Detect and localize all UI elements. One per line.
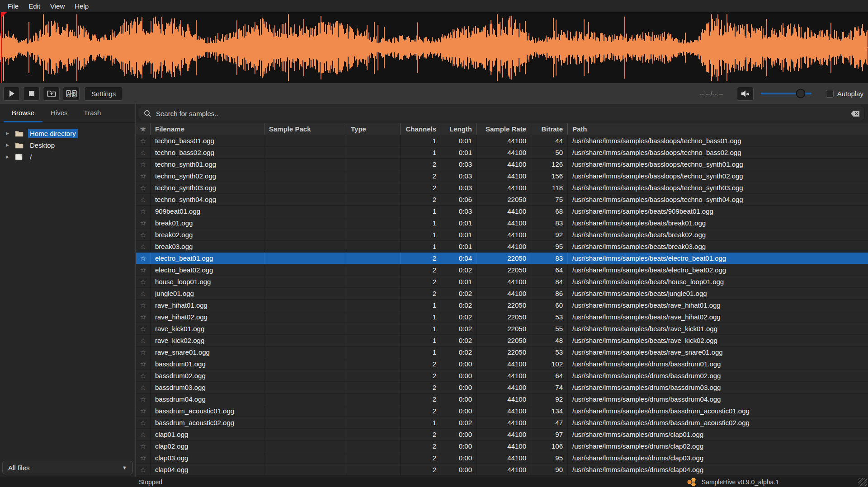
favorite-star-icon[interactable]: ☆	[136, 194, 151, 205]
search-bar[interactable]	[139, 107, 865, 120]
table-row[interactable]: ☆techno_synth03.ogg20:0344100118/usr/sha…	[136, 182, 868, 194]
table-row[interactable]: ☆bassdrum04.ogg20:004410092/usr/share/lm…	[136, 393, 868, 405]
favorite-star-icon[interactable]: ☆	[136, 358, 151, 370]
table-row[interactable]: ☆jungle01.ogg20:024410086/usr/share/lmms…	[136, 288, 868, 300]
table-row[interactable]: ☆electro_beat01.ogg20:042205083/usr/shar…	[136, 253, 868, 264]
table-row[interactable]: ☆techno_bass02.ogg10:014410050/usr/share…	[136, 147, 868, 159]
favorite-star-icon[interactable]: ☆	[136, 311, 151, 323]
favorite-star-icon[interactable]: ☆	[136, 217, 151, 229]
favorite-star-icon[interactable]: ☆	[136, 300, 151, 311]
table-row[interactable]: ☆rave_kick02.ogg10:022205048/usr/share/l…	[136, 335, 868, 347]
playhead-marker[interactable]	[1, 12, 7, 18]
search-input[interactable]	[155, 109, 850, 118]
table-row[interactable]: ☆techno_bass01.ogg10:014410044/usr/share…	[136, 135, 868, 147]
menu-item-help[interactable]: Help	[70, 0, 94, 12]
favorite-star-icon[interactable]: ☆	[136, 170, 151, 182]
favorite-star-icon[interactable]: ☆	[136, 335, 151, 346]
autoplay-checkbox[interactable]	[826, 90, 834, 98]
favorite-star-icon[interactable]: ☆	[136, 393, 151, 405]
cell-sample-pack	[264, 182, 346, 193]
favorite-star-icon[interactable]: ☆	[136, 370, 151, 381]
table-row[interactable]: ☆rave_hihat01.ogg10:022205060/usr/share/…	[136, 300, 868, 311]
table-row[interactable]: ☆techno_synth02.ogg20:0344100156/usr/sha…	[136, 170, 868, 182]
favorite-star-icon[interactable]: ☆	[136, 417, 151, 428]
column-header-sample-pack[interactable]: Sample Pack	[264, 123, 346, 135]
favorite-star-icon[interactable]: ☆	[136, 464, 151, 475]
clear-search-icon[interactable]	[850, 110, 860, 117]
table-row[interactable]: ☆bassdrum_acoustic01.ogg20:0044100134/us…	[136, 405, 868, 417]
tree-item--[interactable]: ▶/	[0, 151, 135, 163]
table-row[interactable]: ☆break02.ogg10:014410092/usr/share/lmms/…	[136, 229, 868, 241]
expand-arrow-icon[interactable]: ▶	[6, 143, 15, 147]
favorite-star-icon[interactable]: ☆	[136, 206, 151, 217]
table-row[interactable]: ☆break01.ogg10:014410083/usr/share/lmms/…	[136, 217, 868, 229]
play-button[interactable]	[3, 87, 20, 101]
table-row[interactable]: ☆break03.ogg10:014410095/usr/share/lmms/…	[136, 241, 868, 253]
favorite-star-icon[interactable]: ☆	[136, 253, 151, 264]
tab-browse[interactable]: Browse	[4, 104, 42, 122]
file-filter-dropdown[interactable]: All files ▼	[2, 461, 133, 474]
stop-button[interactable]	[23, 87, 40, 101]
table-row[interactable]: ☆electro_beat02.ogg20:022205064/usr/shar…	[136, 264, 868, 276]
resize-grip[interactable]	[858, 478, 867, 486]
column-header-bitrate[interactable]: Bitrate	[531, 123, 568, 135]
favorite-star-icon[interactable]: ☆	[136, 182, 151, 193]
column-header-channels[interactable]: Channels	[401, 123, 441, 135]
favorite-star-icon[interactable]: ☆	[136, 229, 151, 240]
column-header-type[interactable]: Type	[346, 123, 401, 135]
ab-loop-button[interactable]: A B	[63, 87, 80, 101]
column-header-length[interactable]: Length	[441, 123, 477, 135]
table-row[interactable]: ☆rave_hihat02.ogg10:022205053/usr/share/…	[136, 311, 868, 323]
column-header-path[interactable]: Path	[568, 123, 868, 135]
table-row[interactable]: ☆909beat01.ogg10:034410068/usr/share/lmm…	[136, 206, 868, 217]
menu-item-edit[interactable]: Edit	[24, 0, 45, 12]
favorite-star-icon[interactable]: ☆	[136, 440, 151, 452]
table-row[interactable]: ☆bassdrum01.ogg20:0044100102/usr/share/l…	[136, 358, 868, 370]
table-row[interactable]: ☆bassdrum02.ogg20:004410064/usr/share/lm…	[136, 370, 868, 382]
favorite-star-icon[interactable]: ☆	[136, 347, 151, 358]
favorite-star-icon[interactable]: ☆	[136, 241, 151, 252]
volume-knob[interactable]	[796, 89, 806, 98]
favorite-star-icon[interactable]: ☆	[136, 147, 151, 158]
table-row[interactable]: ☆techno_synth04.ogg20:062205075/usr/shar…	[136, 194, 868, 206]
waveform-display[interactable]	[0, 12, 868, 83]
table-row[interactable]: ☆clap01.ogg20:004410097/usr/share/lmms/s…	[136, 429, 868, 440]
table-row[interactable]: ☆bassdrum_acoustic02.ogg10:024410047/usr…	[136, 417, 868, 429]
table-row[interactable]: ☆clap02.ogg20:0044100106/usr/share/lmms/…	[136, 440, 868, 452]
table-row[interactable]: ☆rave_kick01.ogg10:022205055/usr/share/l…	[136, 323, 868, 335]
tree-item-desktop[interactable]: ▶Desktop	[0, 139, 135, 151]
favorite-star-icon[interactable]: ☆	[136, 264, 151, 276]
favorite-star-icon[interactable]: ☆	[136, 452, 151, 464]
cell-type	[346, 452, 401, 464]
playhead-line[interactable]	[1, 12, 2, 83]
expand-arrow-icon[interactable]: ▶	[6, 155, 15, 159]
tab-hives[interactable]: Hives	[42, 104, 76, 122]
favorite-star-icon[interactable]: ☆	[136, 405, 151, 417]
favorite-star-icon[interactable]: ☆	[136, 323, 151, 334]
settings-button[interactable]: Settings	[84, 87, 123, 101]
menu-item-view[interactable]: View	[45, 0, 70, 12]
favorite-star-icon[interactable]: ☆	[136, 276, 151, 287]
favorite-star-icon[interactable]: ☆	[136, 135, 151, 146]
cell-path: /usr/share/lmms/samples/beats/break01.og…	[568, 217, 868, 229]
tab-trash[interactable]: Trash	[76, 104, 109, 122]
menu-item-file[interactable]: File	[3, 0, 24, 12]
expand-arrow-icon[interactable]: ▶	[6, 131, 15, 136]
open-folder-button[interactable]	[43, 87, 60, 101]
column-header-filename[interactable]: Filename	[151, 123, 264, 135]
table-row[interactable]: ☆rave_snare01.ogg10:022205053/usr/share/…	[136, 347, 868, 358]
volume-slider[interactable]	[761, 93, 811, 94]
table-row[interactable]: ☆bassdrum03.ogg20:004410074/usr/share/lm…	[136, 382, 868, 393]
favorite-star-icon[interactable]: ☆	[136, 382, 151, 393]
table-row[interactable]: ☆clap04.ogg20:004410090/usr/share/lmms/s…	[136, 464, 868, 476]
table-row[interactable]: ☆house_loop01.ogg20:014410084/usr/share/…	[136, 276, 868, 288]
favorite-column-header[interactable]: ★	[136, 123, 151, 135]
table-row[interactable]: ☆clap03.ogg20:004410095/usr/share/lmms/s…	[136, 452, 868, 464]
favorite-star-icon[interactable]: ☆	[136, 288, 151, 299]
tree-item-home-directory[interactable]: ▶Home directory	[0, 127, 135, 139]
table-row[interactable]: ☆techno_synth01.ogg20:0344100126/usr/sha…	[136, 159, 868, 170]
mute-button[interactable]	[737, 87, 754, 101]
favorite-star-icon[interactable]: ☆	[136, 159, 151, 170]
column-header-sample-rate[interactable]: Sample Rate	[477, 123, 531, 135]
favorite-star-icon[interactable]: ☆	[136, 429, 151, 440]
